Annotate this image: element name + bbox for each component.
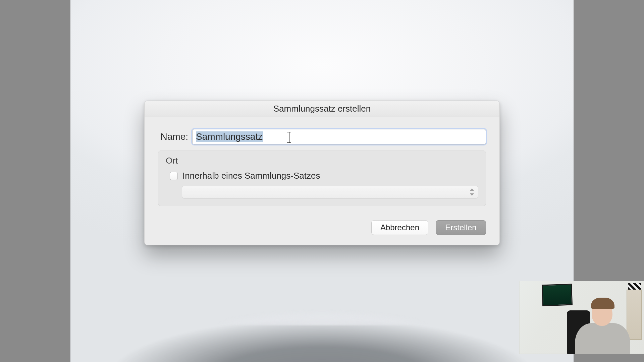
name-row: Name: <box>158 129 486 144</box>
wallpaper-mountain <box>70 288 574 362</box>
collection-set-select-wrap <box>182 186 478 198</box>
desktop-background: Sammlungssatz erstellen Name: Ort Innerh… <box>70 0 574 362</box>
collection-set-select[interactable] <box>182 186 478 198</box>
location-group: Ort Innerhalb eines Sammlungs-Satzes <box>158 150 486 206</box>
inside-collection-set-row: Innerhalb eines Sammlungs-Satzes <box>170 171 478 181</box>
webcam-pip <box>519 281 644 354</box>
presenter <box>568 297 632 354</box>
presenter-torso <box>575 323 630 354</box>
name-input-wrap <box>192 129 486 144</box>
name-label: Name: <box>158 131 188 142</box>
create-button-label: Erstellen <box>445 223 476 232</box>
inside-collection-set-checkbox[interactable] <box>170 172 178 180</box>
name-input[interactable] <box>192 129 486 144</box>
cancel-button[interactable]: Abbrechen <box>371 220 428 235</box>
dialog-title: Sammlungssatz erstellen <box>145 101 499 117</box>
pillarbox-left <box>0 0 70 362</box>
create-collection-set-dialog: Sammlungssatz erstellen Name: Ort Innerh… <box>144 101 500 245</box>
inside-collection-set-label: Innerhalb eines Sammlungs-Satzes <box>182 171 320 181</box>
cancel-button-label: Abbrechen <box>380 223 419 232</box>
dialog-title-text: Sammlungssatz erstellen <box>273 104 371 114</box>
dialog-body: Name: Ort Innerhalb eines Sammlungs-Satz… <box>145 117 499 245</box>
dialog-button-row: Abbrechen Erstellen <box>158 220 486 235</box>
create-button[interactable]: Erstellen <box>436 220 486 235</box>
location-group-title: Ort <box>166 156 478 166</box>
clapperboard-icon <box>628 283 641 290</box>
stepper-icon <box>469 188 475 196</box>
wallpaper-mountain-snow <box>184 305 460 325</box>
presenter-hair <box>591 298 614 309</box>
